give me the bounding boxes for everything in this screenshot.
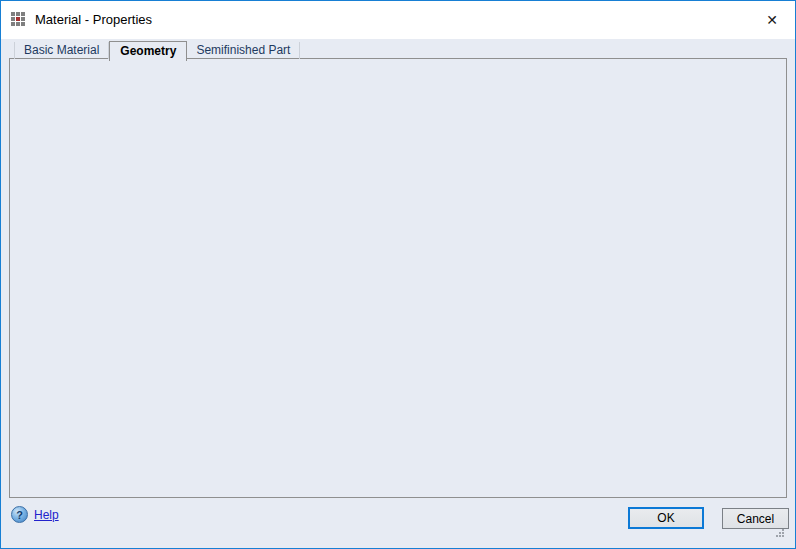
tab-strip: Basic Material Geometry Semifinished Par…	[14, 41, 300, 59]
ok-button[interactable]: OK	[628, 507, 704, 529]
window-title: Material - Properties	[35, 1, 152, 39]
titlebar: Material - Properties ✕	[1, 1, 795, 39]
help-link[interactable]: Help	[34, 508, 59, 522]
geometry-tab-page	[9, 58, 787, 498]
help-icon[interactable]: ?	[11, 506, 28, 523]
cancel-button[interactable]: Cancel	[722, 508, 789, 529]
tab-geometry[interactable]: Geometry	[109, 41, 187, 61]
app-icon	[11, 12, 27, 28]
resize-grip[interactable]	[782, 535, 784, 537]
close-icon[interactable]: ✕	[749, 1, 795, 39]
material-properties-dialog: Material - Properties ✕ Basic Material G…	[0, 0, 796, 549]
tab-semifinished-part[interactable]: Semifinished Part	[187, 42, 300, 59]
tab-basic-material[interactable]: Basic Material	[14, 42, 109, 59]
